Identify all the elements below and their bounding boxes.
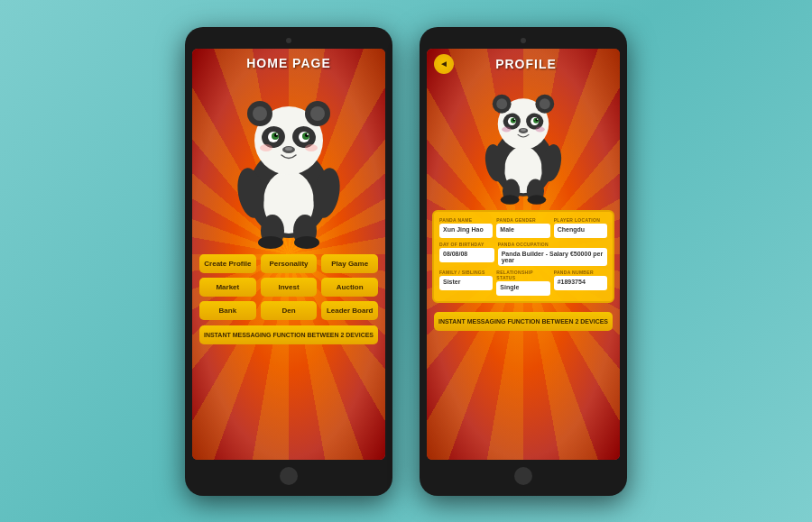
svg-point-26 [305, 144, 318, 151]
svg-point-48 [514, 118, 515, 119]
svg-point-25 [260, 144, 272, 151]
den-button[interactable]: Den [261, 301, 318, 320]
birthday-label: Day Of Birthday [439, 242, 494, 247]
invest-button[interactable]: Invest [261, 278, 318, 297]
play-game-button[interactable]: Play Game [321, 254, 378, 273]
birthday-value: 08/08/08 [439, 248, 494, 262]
player-location-field: Player Location Chengdu [554, 217, 607, 238]
panda-gender-field: Panda Gender Male [496, 217, 549, 238]
panda-number-field: Panda Number #1893754 [554, 270, 607, 296]
leader-board-button[interactable]: Leader Board [321, 301, 378, 320]
svg-point-33 [501, 195, 520, 204]
family-field: Family / Siblings Sister [439, 270, 493, 296]
svg-point-22 [307, 133, 309, 135]
svg-point-34 [527, 195, 546, 204]
occupation-label: Panda Occupation [498, 242, 607, 247]
panda-name-label: Panda Name [439, 217, 493, 223]
panda-gender-label: Panda Gender [496, 217, 549, 223]
svg-point-7 [294, 236, 319, 249]
svg-point-49 [537, 118, 538, 119]
panda-gender-value: Male [496, 224, 549, 238]
family-label: Family / Siblings [439, 270, 493, 275]
family-value: Sister [439, 276, 493, 290]
home-button[interactable] [280, 467, 298, 485]
tablet-camera [286, 38, 291, 43]
profile-screen: ◄ PROFILE [427, 49, 620, 460]
profile-header: ◄ PROFILE [427, 49, 620, 76]
svg-point-39 [540, 98, 550, 109]
relationship-value: Single [496, 281, 549, 296]
panda-name-value: Xun Jing Hao [439, 224, 493, 238]
svg-point-52 [502, 126, 511, 132]
relationship-label: Relationship Status [496, 270, 549, 280]
panda-number-value: #1893754 [554, 276, 607, 290]
profile-card: Panda Name Xun Jing Hao Panda Gender Mal… [432, 210, 614, 303]
profile-title: PROFILE [459, 57, 613, 71]
tablet-camera-2 [521, 38, 526, 43]
home-buttons-grid: Create Profile Personality Play Game Mar… [192, 254, 385, 320]
profile-tablet: ◄ PROFILE [420, 27, 627, 496]
personality-button[interactable]: Personality [261, 254, 318, 273]
panda-illustration [192, 74, 385, 254]
home-tablet: HOME PAGE [185, 27, 392, 496]
svg-point-24 [285, 147, 292, 151]
svg-point-21 [276, 133, 278, 135]
profile-home-button[interactable] [514, 467, 532, 485]
occupation-field: Panda Occupation Panda Builder - Salary … [498, 242, 607, 266]
auction-button[interactable]: Auction [321, 278, 378, 297]
bank-button[interactable]: Bank [199, 301, 256, 320]
instant-messaging-button[interactable]: INSTANT MESSAGING FUNCTION BETWEEN 2 DEV… [199, 325, 378, 344]
svg-point-6 [258, 236, 283, 249]
relationship-field: Relationship Status Single [496, 270, 549, 296]
svg-point-51 [521, 128, 526, 131]
profile-panda [427, 76, 620, 206]
back-button[interactable]: ◄ [434, 54, 454, 74]
panda-name-field: Panda Name Xun Jing Hao [439, 217, 493, 238]
player-location-value: Chengdu [554, 224, 607, 238]
profile-row-1: Panda Name Xun Jing Hao Panda Gender Mal… [439, 217, 607, 238]
home-screen: HOME PAGE [192, 49, 385, 460]
birthday-field: Day Of Birthday 08/08/08 [439, 242, 494, 266]
occupation-value: Panda Builder - Salary €50000 per year [498, 248, 607, 266]
home-title: HOME PAGE [192, 49, 385, 74]
svg-point-53 [535, 126, 544, 132]
market-button[interactable]: Market [199, 278, 256, 297]
panda-number-label: Panda Number [554, 270, 607, 275]
profile-row-2: Day Of Birthday 08/08/08 Panda Occupatio… [439, 242, 607, 266]
profile-row-3: Family / Siblings Sister Relationship St… [439, 270, 607, 296]
svg-point-12 [310, 106, 325, 121]
svg-point-10 [253, 106, 267, 121]
create-profile-button[interactable]: Create Profile [199, 254, 256, 273]
player-location-label: Player Location [554, 217, 607, 223]
profile-instant-messaging-button[interactable]: INSTANT MESSAGING FUNCTION BETWEEN 2 DEV… [434, 312, 613, 331]
svg-point-37 [496, 98, 507, 109]
